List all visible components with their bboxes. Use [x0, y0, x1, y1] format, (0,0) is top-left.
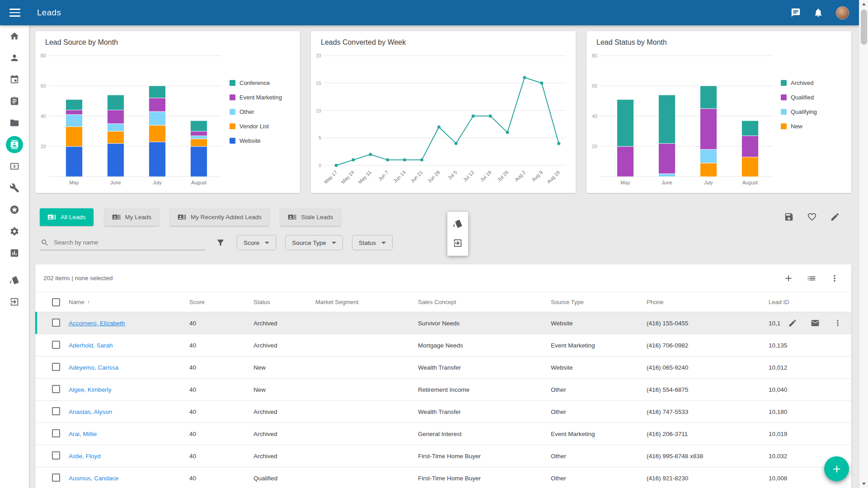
edit-pencil-icon[interactable] [830, 212, 840, 222]
chat-icon[interactable] [791, 8, 801, 18]
row-checkbox[interactable] [52, 474, 60, 482]
column-header-market-segment[interactable]: Market Segment [315, 299, 418, 305]
lead-score: 40 [189, 320, 253, 327]
table-row[interactable]: Accornero, Elizabeth 40 Archived Survivo… [35, 312, 851, 334]
edit-pencil-icon[interactable] [788, 319, 797, 328]
lead-name-link[interactable]: Ausmus, Candace [69, 475, 118, 482]
svg-text:Jun 21: Jun 21 [409, 169, 424, 184]
favorite-heart-icon[interactable] [807, 212, 817, 222]
lead-name-link[interactable]: Astle, Floyd [69, 453, 101, 460]
column-header-status[interactable]: Status [253, 299, 315, 305]
column-header-lead-id[interactable]: Lead ID [769, 299, 851, 305]
table-row[interactable]: Ausmus, Candace 40 Qualified First-Time … [35, 467, 851, 488]
tab-my-recently-added-leads[interactable]: My Recently Added Leads [170, 208, 269, 226]
svg-text:20: 20 [316, 53, 321, 58]
more-options-kebab-icon[interactable] [830, 273, 840, 283]
sidebar-item-reports[interactable] [0, 242, 29, 264]
row-checkbox[interactable] [52, 319, 60, 327]
svg-text:$: $ [13, 164, 15, 169]
table-row[interactable]: Algee, Kimberly 40 New Retirement Income… [35, 379, 851, 401]
sidebar-item-calendar[interactable] [0, 69, 29, 90]
lead-name-link[interactable]: Algee, Kimberly [69, 386, 112, 393]
scroll-down-arrow[interactable] [859, 480, 868, 488]
row-checkbox[interactable] [52, 451, 60, 460]
view-list-icon[interactable] [807, 273, 816, 283]
sidebar-item-documents[interactable] [0, 112, 29, 134]
score-dropdown[interactable]: Score [237, 235, 276, 250]
row-checkbox[interactable] [52, 429, 60, 437]
notifications-bell-icon[interactable] [813, 8, 823, 18]
svg-text:May 17: May 17 [323, 169, 338, 185]
lead-score: 40 [189, 453, 253, 460]
chevron-down-icon [332, 242, 336, 244]
svg-text:Conference: Conference [239, 80, 270, 86]
filter-funnel-wrap [216, 238, 225, 247]
column-header-sales-concept[interactable]: Sales Concept [418, 299, 551, 305]
assign-exit-icon[interactable] [453, 238, 463, 248]
calendar-icon [9, 75, 19, 84]
topbar: Leads [0, 0, 859, 25]
scrollbar-thumb[interactable] [861, 9, 867, 45]
page-scrollbar[interactable] [859, 0, 868, 488]
menu-icon[interactable] [9, 9, 20, 17]
search-input[interactable] [54, 239, 189, 246]
status-dropdown[interactable]: Status [352, 235, 393, 250]
more-options-kebab-icon[interactable] [833, 319, 842, 328]
tab-stale-leads[interactable]: Stale Leads [280, 208, 341, 226]
tab-label: All Leads [61, 214, 86, 221]
select-all-checkbox[interactable] [52, 298, 60, 306]
lead-id: 10,180 [769, 408, 851, 415]
table-row[interactable]: Anastas, Alyson 40 Archived Wealth Trans… [35, 401, 851, 423]
sidebar-item-billing[interactable]: $ [0, 155, 29, 177]
scroll-up-arrow[interactable] [859, 0, 868, 8]
filter-funnel-icon[interactable] [216, 238, 225, 247]
row-checkbox[interactable] [52, 363, 60, 371]
tab-all-leads[interactable]: All Leads [40, 208, 94, 226]
column-header-score[interactable]: Score [189, 299, 253, 305]
tags-icon[interactable] [453, 219, 463, 229]
sidebar-item-tasks[interactable] [0, 90, 29, 112]
save-icon[interactable] [784, 212, 794, 222]
source-type-dropdown[interactable]: Source Type [285, 235, 343, 250]
sidebar-item-leads-active[interactable] [0, 134, 29, 155]
lead-name-link[interactable]: Arai, Millie [69, 431, 97, 437]
lead-status: Archived [253, 342, 315, 349]
column-header-phone[interactable]: Phone [647, 299, 769, 305]
add-lead-fab[interactable] [824, 456, 849, 481]
lead-name-link[interactable]: Adeyemo, Carissa [69, 364, 118, 371]
lead-name-link[interactable]: Aderhold, Sarah [69, 342, 113, 349]
lead-score: 40 [189, 364, 253, 371]
topbar-actions [791, 6, 849, 19]
row-checkbox[interactable] [52, 341, 60, 349]
sidebar-item-tags[interactable] [0, 269, 29, 291]
row-checkbox[interactable] [52, 407, 60, 415]
lead-name-link[interactable]: Accornero, Elizabeth [69, 320, 125, 327]
svg-text:June: June [662, 180, 672, 185]
add-icon[interactable] [784, 273, 793, 283]
column-header-source-type[interactable]: Source Type [551, 299, 647, 305]
lead-name-link[interactable]: Anastas, Alyson [69, 408, 112, 415]
table-row[interactable]: Arai, Millie 40 Archived General Interes… [35, 423, 851, 445]
sidebar-item-home[interactable] [0, 25, 29, 47]
sidebar-item-sign-out[interactable] [0, 291, 29, 313]
sidebar-item-settings[interactable] [0, 221, 29, 242]
sidebar-item-favorites[interactable] [0, 199, 29, 221]
email-envelope-icon[interactable] [811, 319, 820, 328]
tab-my-leads[interactable]: My Leads [104, 208, 160, 226]
table-row[interactable]: Adeyemo, Carissa 40 New Wealth Transfer … [35, 357, 851, 379]
row-checkbox[interactable] [52, 385, 60, 393]
lead-status: New [253, 364, 315, 371]
user-avatar[interactable] [836, 6, 849, 19]
contacts-icon [10, 140, 19, 149]
sidebar-item-profile[interactable] [0, 47, 29, 69]
lead-phone: (416) 995-8748 x838 [647, 453, 769, 460]
table-row[interactable]: Astle, Floyd 40 Archived First-Time Home… [35, 445, 851, 467]
search-icon [41, 239, 49, 247]
sort-asc-icon: ↑ [87, 299, 90, 305]
sidebar-item-tools[interactable] [0, 177, 29, 199]
column-header-name[interactable]: Name ↑ [69, 299, 189, 305]
dropdown-label: Status [359, 239, 376, 246]
chart-card-lead-source: Lead Source by Month 20406080MayJuneJuly… [35, 31, 300, 193]
svg-text:20: 20 [41, 144, 46, 149]
table-row[interactable]: Aderhold, Sarah 40 Archived Mortgage Nee… [35, 334, 851, 357]
